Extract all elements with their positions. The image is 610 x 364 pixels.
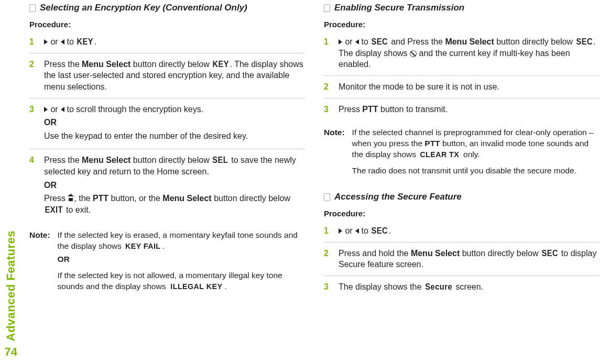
right-column: Enabling Secure Transmission Procedure: … [324,2,600,359]
step-1: 1 or to SEC and Press the Menu Select bu… [324,36,600,76]
text: and Press the [389,37,445,46]
lcd-text: KEY [77,36,94,48]
step-number: 1 [29,36,34,48]
lcd-text: SEC [541,248,558,259]
step-3: 3 Press PTT button to transmit. [324,104,600,120]
step-1: 1 or to SEC. [324,225,600,242]
text: . [162,241,165,250]
arrow-right-icon [44,107,48,112]
text: only. [461,150,480,159]
ui-label: PTT [362,105,378,114]
text: button directly below [130,60,212,69]
text: to exit. [64,205,91,214]
doc-icon [324,4,330,12]
step-2: 2 Press and hold the Menu Select button … [324,248,600,276]
lcd-text: SEL [212,155,228,166]
doc-icon [29,4,36,12]
text: Press [339,105,362,114]
text: button directly below [460,249,541,258]
step-number: 2 [29,59,34,70]
text: button directly below [212,194,290,203]
lcd-text: KEY FAIL [125,241,161,252]
section-heading: Accessing the Secure Feature [324,191,600,203]
secure-off-icon [410,50,417,57]
step-number: 1 [324,225,329,237]
side-tab-label: Advanced Features [3,230,19,341]
ui-label: PTT [93,194,108,203]
step-text: Press the Menu Select button directly be… [44,59,305,93]
note-block: Note: If the selected channel is preprog… [324,127,600,182]
ui-label: Menu Select [445,37,494,46]
text: to scroll through the encryption keys. [64,105,203,114]
lcd-text: SEC [372,36,388,48]
doc-icon [324,193,330,201]
step-text: The display shows the Secure screen. [339,281,600,293]
ui-label: Menu Select [82,156,130,164]
step-text: or to SEC. [339,225,600,237]
ui-label: Menu Select [162,194,211,203]
text: The display shows the [339,282,424,291]
text: , the [74,194,93,203]
text: . [94,37,96,46]
step-text: Press and hold the Menu Select button di… [339,248,600,270]
text: to [64,37,76,46]
text: to [359,37,371,46]
text: Press and hold the [339,249,411,258]
steps-list: 1 or to SEC and Press the Menu Select bu… [324,36,600,120]
text: screen. [453,282,483,291]
or-word: or [343,226,355,235]
step-2: 2 Monitor the mode to be sure it is not … [324,81,600,98]
text: button, or the [108,194,162,203]
text: to [359,226,371,235]
or-word: or [48,105,60,114]
or-word: or [343,37,355,46]
text: button directly below [130,156,212,164]
step-4: 4 Press the Menu Select button directly … [29,155,305,223]
step-text: or to KEY. [44,36,305,48]
lcd-text: EXIT [45,204,63,216]
text: Press the [44,156,82,164]
ui-label: Menu Select [82,60,130,69]
step-text: or to SEC and Press the Menu Select butt… [339,36,600,70]
note-label: Note: [29,230,50,297]
or-word: or [48,37,60,46]
text: The radio does not transmit until you di… [352,166,600,177]
note-label: Note: [324,127,345,182]
step-number: 2 [324,81,329,93]
section-title: Accessing the Secure Feature [334,191,462,203]
section-heading: Enabling Secure Transmission [324,2,600,14]
step-3: 3 or to scroll through the encryption ke… [29,104,305,150]
steps-list: 1 or to KEY. 2 Press the Menu Select but… [29,36,305,223]
page-number: 74 [5,344,17,360]
text: Press the [44,60,82,69]
lcd-text: SEC [576,36,593,48]
note-body: If the selected key is erased, a momenta… [58,230,305,297]
step-number: 3 [324,281,329,293]
text: Monitor the mode to be sure it is not in… [339,82,499,91]
procedure-label: Procedure: [324,19,600,30]
procedure-label: Procedure: [324,208,600,219]
step-text: or to scroll through the encryption keys… [44,104,305,142]
or-line: OR [58,254,305,265]
section-heading: Selecting an Encryption Key (Conventiona… [29,2,305,14]
text: If the selected key is not allowed, a mo… [58,271,282,291]
note-block: Note: If the selected key is erased, a m… [29,230,305,297]
text: . [224,282,226,291]
or-line: OR [44,117,305,128]
step-2: 2 Press the Menu Select button directly … [29,59,305,98]
left-column: Selecting an Encryption Key (Conventiona… [29,2,305,359]
step-1: 1 or to KEY. [29,36,305,53]
text: . [389,226,391,235]
text: button directly below [494,37,575,46]
arrow-right-icon [339,39,342,45]
ui-label: PTT [424,139,440,148]
step-number: 3 [29,104,34,115]
lcd-text: SEC [372,225,388,237]
page-body: Selecting an Encryption Key (Conventiona… [29,2,600,359]
lcd-text: ILLEGAL KEY [170,281,222,292]
step-number: 3 [324,104,329,115]
lcd-text: KEY [213,59,230,70]
side-rail: Advanced Features 74 [3,230,19,360]
text: Use the keypad to enter the number of th… [44,130,305,142]
step-text: Press the Menu Select button directly be… [44,155,305,215]
